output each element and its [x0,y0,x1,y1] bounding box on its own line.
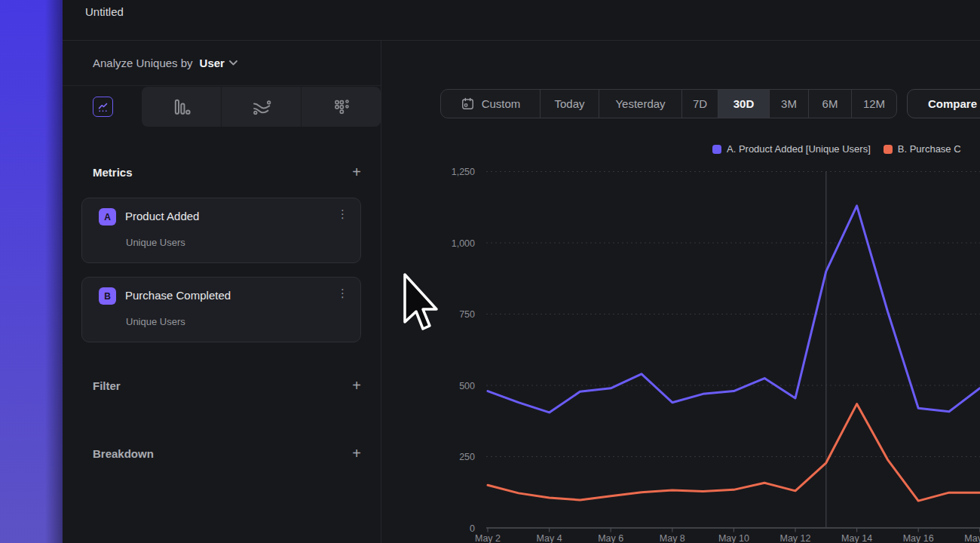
metric-badge-a: A [99,208,116,225]
kebab-menu-icon[interactable]: ⋮ [337,207,348,221]
chevron-down-icon [229,60,237,66]
tab-funnels[interactable] [142,87,222,127]
range-label: 3M [781,97,797,110]
analyze-row: Analyze Uniques by User [63,41,381,86]
range-label: 7D [693,97,707,110]
range-label: Yesterday [615,97,665,110]
range-today[interactable]: Today [540,90,599,118]
range-yesterday[interactable]: Yesterday [599,90,681,118]
line-chart-icon [96,100,109,113]
analyze-by-value: User [200,57,225,69]
compare-label: Compare [928,97,977,110]
legend-swatch-b [884,145,893,154]
app-root: Untitled Analyze Uniques by User [0,0,980,543]
metric-subtitle[interactable]: Unique Users [126,316,185,327]
legend-item-a[interactable]: A. Product Added [Unique Users] [712,143,871,155]
selected-tab-box [93,97,113,117]
breakdown-title: Breakdown [93,447,154,460]
analyze-by-selector[interactable]: User [200,57,237,69]
metric-name: Purchase Completed [125,289,231,302]
filter-title: Filter [93,379,121,392]
legend-swatch-a [712,145,721,154]
range-7d[interactable]: 7D [681,90,718,118]
kebab-menu-icon[interactable]: ⋮ [337,287,348,300]
add-filter-button[interactable]: + [352,378,361,393]
range-label: Custom [482,97,521,110]
legend-label-b: B. Purchase C [898,143,961,155]
metric-badge-b: B [99,287,116,305]
metric-name: Product Added [125,210,199,222]
compare-button[interactable]: Compare [907,89,980,118]
filter-header-row: Filter + [93,376,361,394]
add-metric-button[interactable]: + [352,164,361,179]
tab-insights[interactable] [64,87,142,127]
bar-chart-icon [171,97,192,118]
range-6m[interactable]: 6M [808,90,851,118]
retention-grid-icon [331,97,352,118]
add-breakdown-button[interactable]: + [352,446,361,461]
legend-label-a: A. Product Added [Unique Users] [727,143,871,155]
range-label: 12M [863,97,885,110]
metrics-header-row: Metrics + [93,163,361,181]
chart-legend: A. Product Added [Unique Users] B. Purch… [712,143,961,155]
brand-gradient-strip [0,0,63,543]
analyze-by-label: Analyze Uniques by [93,57,193,69]
range-3m[interactable]: 3M [769,90,808,118]
legend-item-b[interactable]: B. Purchase C [884,143,961,155]
range-custom[interactable]: Custom [441,90,540,118]
tab-flows[interactable] [222,87,302,127]
metrics-title: Metrics [93,166,133,179]
metric-subtitle[interactable]: Unique Users [126,237,185,248]
calendar-icon [461,97,475,111]
metric-card-b[interactable]: B Purchase Completed Unique Users ⋮ [81,277,361,342]
date-range-selector: Custom Today Yesterday 7D 30D 3M 6M 12M [440,89,897,118]
top-bar [63,0,980,41]
flows-icon [251,97,272,118]
range-12m[interactable]: 12M [851,90,896,118]
tab-retention[interactable] [302,87,381,127]
breakdown-header-row: Breakdown + [93,444,361,462]
metric-card-a[interactable]: A Product Added Unique Users ⋮ [81,198,361,263]
range-label: 6M [822,97,838,110]
range-label: 30D [733,97,755,110]
range-label: Today [554,97,584,110]
document-title[interactable]: Untitled [85,5,124,18]
range-30d[interactable]: 30D [718,90,769,118]
